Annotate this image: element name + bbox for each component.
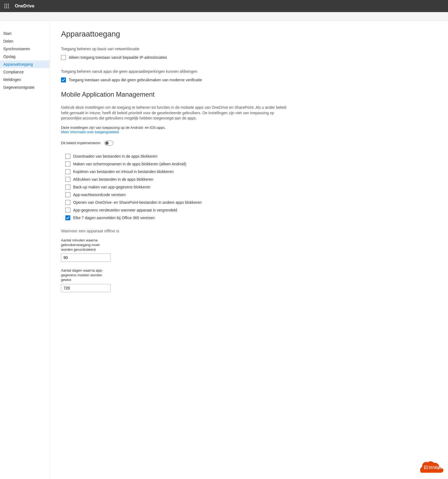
checkbox-block-print[interactable] [65,177,70,182]
svg-rect-1 [6,4,7,5]
toggle-deploy-policy[interactable] [104,141,113,146]
field-days-label: Aantal dagen waarna app-gegevens moeten … [61,268,110,282]
checkbox-block-open-other-apps[interactable] [65,200,70,205]
mam-description: Gebruik deze instellingen om de toegang … [61,105,286,121]
section-app-restriction-heading: Toegang beheren vanuit apps die geen app… [61,69,286,74]
sidebar-item-opslag[interactable]: Opslag [0,53,50,60]
checkbox-ip-restriction-label: Alleen toegang toestaan vanuit bepaalde … [69,55,167,60]
checkbox-signin-7days[interactable] [65,215,70,220]
checkbox-require-passcode[interactable] [65,192,70,197]
app-title: OneDrive [15,4,34,9]
svg-rect-4 [6,6,7,7]
checkbox-block-screenshot-label: Maken van schermopnamen in de apps blokk… [73,162,186,166]
field-minutes-label: Aantal minuten waarna gebruikerstoegang … [61,238,110,252]
checkbox-block-open-other-apps-label: Openen van OneDrive- en SharePoint-besta… [73,200,202,205]
sidebar-item-meldingen[interactable]: Meldingen [0,76,50,83]
field-minutes-input[interactable] [61,254,110,262]
field-days-input[interactable] [61,284,110,292]
checkbox-block-print-label: Afdrukken van bestanden in de apps blokk… [73,177,153,182]
checkbox-block-copy[interactable] [65,169,70,174]
sidebar-item-synchroniseren[interactable]: Synchroniseren [0,45,50,53]
checkbox-block-copy-label: Kopiëren van bestanden en inhoud in best… [73,169,174,174]
main-content: Apparaattoegang Toegang beheren op basis… [50,21,297,479]
command-bar [0,12,448,21]
checkbox-block-backup[interactable] [65,185,70,190]
svg-rect-7 [6,7,7,8]
sidebar-item-delen[interactable]: Delen [0,37,50,45]
checkbox-require-passcode-label: App-wachtwoordcode vereisen [73,193,126,197]
svg-rect-2 [8,4,9,5]
checkbox-encrypt-locked-label: App-gegevens versleutelen wanneer appara… [73,208,177,212]
checkbox-ip-restriction[interactable] [61,55,66,60]
svg-text:365tips: 365tips [428,465,443,470]
site-badge-365tips[interactable]: 365tips [419,459,445,476]
mam-more-info-link[interactable]: Meer informatie over toegangsbeleid [61,130,119,134]
offline-heading: Wanneer een apparaat offline is [61,229,286,233]
checkbox-signin-7days-label: Elke 7 dagen aanmelden bij Office 365 ve… [73,216,155,220]
sidebar-item-start[interactable]: Start [0,30,50,37]
checkbox-block-screenshot[interactable] [65,161,70,166]
mam-platform-note: Deze instellingen zijn van toepassing op… [61,126,286,130]
checkbox-encrypt-locked[interactable] [65,208,70,213]
top-bar: OneDrive [0,0,448,12]
checkbox-block-backup-label: Back-up maken van app-gegevens blokkeren [73,185,150,189]
svg-rect-6 [4,7,5,8]
toggle-deploy-policy-label: Dit beleid implementeren [61,141,101,145]
app-launcher-icon[interactable] [2,2,11,10]
svg-rect-0 [4,4,5,5]
svg-rect-3 [4,6,5,7]
sidebar-item-apparaattoegang[interactable]: Apparaattoegang [0,60,50,68]
sidebar-item-compliance[interactable]: Compliance [0,68,50,76]
page-title: Apparaattoegang [61,30,286,38]
svg-rect-8 [8,7,9,8]
checkbox-modern-auth[interactable] [61,77,66,82]
sidebar: Start Delen Synchroniseren Opslag Appara… [0,21,50,479]
sidebar-item-gegevensmigratie[interactable]: Gegevensmigratie [0,83,50,91]
section-network-location-heading: Toegang beheren op basis van netwerkloca… [61,47,286,51]
svg-rect-5 [8,6,9,7]
checkbox-block-download-label: Downloaden van bestanden in de apps blok… [73,154,157,158]
checkbox-modern-auth-label: Toegang toestaan vanuit apps die geen ge… [69,78,202,82]
checkbox-block-download[interactable] [65,154,70,159]
mam-heading: Mobile Application Management [61,91,286,98]
